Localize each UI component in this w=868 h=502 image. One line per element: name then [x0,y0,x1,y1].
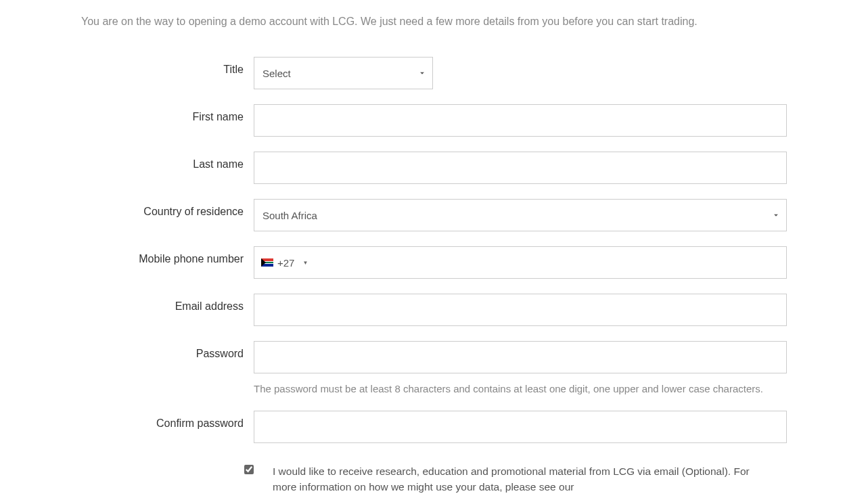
south-africa-flag-icon [261,258,273,267]
password-help-text: The password must be at least 8 characte… [254,382,787,396]
phone-row: Mobile phone number +27 ▼ [81,246,787,279]
email-label: Email address [81,294,254,313]
marketing-consent-row: I would like to receive research, educat… [81,463,787,495]
last-name-row: Last name [81,152,787,184]
marketing-consent-text: I would like to receive research, educat… [254,463,768,495]
country-select[interactable]: South Africa [254,199,787,231]
title-label: Title [81,57,254,76]
phone-input-wrap[interactable]: +27 ▼ [254,246,787,279]
marketing-consent-checkbox[interactable] [244,465,254,474]
first-name-input[interactable] [254,104,787,137]
last-name-input[interactable] [254,152,787,184]
password-input[interactable] [254,341,787,373]
confirm-password-label: Confirm password [81,411,254,430]
confirm-password-input[interactable] [254,411,787,443]
password-row: Password The password must be at least 8… [81,341,787,396]
phone-label: Mobile phone number [81,246,254,265]
country-label: Country of residence [81,199,254,218]
intro-text: You are on the way to opening a demo acc… [81,14,787,30]
password-label: Password [81,341,254,360]
chevron-down-icon: ▼ [302,260,308,266]
email-row: Email address [81,294,787,326]
last-name-label: Last name [81,152,254,170]
title-row: Title Select [81,57,787,89]
first-name-row: First name [81,104,787,137]
first-name-label: First name [81,104,254,123]
confirm-password-row: Confirm password [81,411,787,443]
email-input[interactable] [254,294,787,326]
country-row: Country of residence South Africa [81,199,787,231]
dial-code: +27 [277,257,294,269]
title-select[interactable]: Select [254,57,433,89]
